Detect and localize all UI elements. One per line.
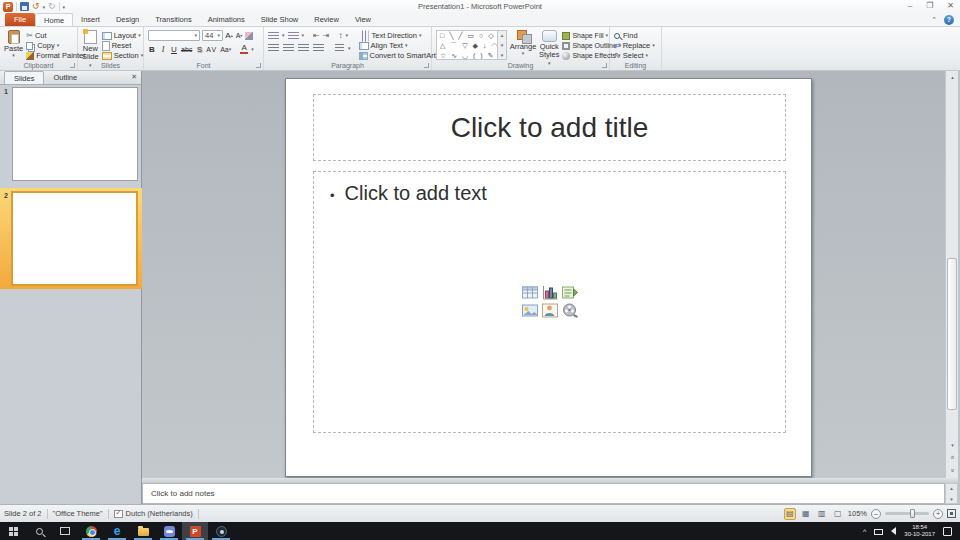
minimize-button[interactable]: – bbox=[908, 0, 912, 12]
change-case-button[interactable]: Aa▾ bbox=[220, 44, 231, 54]
help-icon[interactable]: ? bbox=[944, 15, 954, 25]
quick-styles-button[interactable]: Quick Styles ▾ bbox=[539, 30, 559, 60]
bullets-dropdown-icon[interactable]: ▾ bbox=[282, 33, 285, 38]
tab-insert[interactable]: Insert bbox=[73, 13, 108, 26]
find-button[interactable]: Find bbox=[614, 31, 655, 40]
spell-check-icon[interactable] bbox=[114, 510, 123, 518]
minimize-ribbon-icon[interactable]: ⌃ bbox=[931, 16, 937, 24]
section-dropdown-icon[interactable]: ▾ bbox=[141, 53, 144, 58]
scrollbar-thumb[interactable] bbox=[947, 258, 957, 410]
cut-button[interactable]: ✂ Cut bbox=[26, 31, 86, 40]
justify-icon[interactable] bbox=[313, 44, 324, 52]
align-right-icon[interactable] bbox=[298, 44, 309, 52]
taskbar-discord[interactable] bbox=[156, 522, 182, 540]
layout-button[interactable]: Layout ▾ bbox=[102, 31, 144, 40]
align-left-icon[interactable] bbox=[268, 44, 279, 52]
language-indicator[interactable]: Dutch (Netherlands) bbox=[126, 509, 193, 518]
strikethrough-button[interactable]: abc bbox=[181, 44, 192, 54]
taskbar-chrome[interactable] bbox=[78, 522, 104, 540]
replace-button[interactable]: ⇄ Replace ▾ bbox=[614, 41, 655, 50]
copy-button[interactable]: Copy ▾ bbox=[26, 41, 86, 50]
shapes-gallery[interactable]: □ ╲ ╱ ▭ ○ ◇ △ ⌒ ▽ ◆ ↓ ◠ ☆ ∿ ◡ ( ) ✎ ▴ ▾ … bbox=[436, 30, 507, 60]
shapes-scroll-up-icon[interactable]: ▴ bbox=[501, 32, 504, 38]
shapes-more-icon[interactable]: ▾ bbox=[501, 52, 504, 58]
bold-button[interactable]: B bbox=[148, 44, 156, 54]
vertical-scrollbar[interactable]: ▴ ▾ « » bbox=[945, 71, 958, 478]
shapes-gallery-scroll[interactable]: ▴ ▾ ▾ bbox=[498, 30, 507, 60]
drawing-dialog-launcher[interactable] bbox=[602, 63, 607, 68]
grow-font-button[interactable]: A▴ bbox=[225, 31, 233, 41]
normal-view-button[interactable]: ▤ bbox=[784, 508, 796, 520]
align-center-icon[interactable] bbox=[283, 44, 294, 52]
arrange-button[interactable]: Arrange ▾ bbox=[510, 30, 536, 60]
layout-dropdown-icon[interactable]: ▾ bbox=[138, 33, 141, 38]
shapes-scroll-down-icon[interactable]: ▾ bbox=[501, 42, 504, 48]
slide-indicator[interactable]: Slide 2 of 2 bbox=[4, 509, 42, 518]
slideshow-view-button[interactable]: ▢ bbox=[832, 508, 844, 520]
shapes-row-3[interactable]: ☆ ∿ ◡ ( ) ✎ bbox=[440, 51, 497, 60]
notes-scroll-down-icon[interactable]: ▾ bbox=[950, 496, 953, 502]
font-name-dropdown-icon[interactable]: ▾ bbox=[194, 33, 197, 38]
zoom-in-button[interactable]: + bbox=[933, 509, 943, 519]
line-spacing-icon[interactable]: ↕ bbox=[338, 31, 342, 40]
close-button[interactable]: ✕ bbox=[947, 0, 954, 12]
font-color-button[interactable]: A bbox=[240, 44, 248, 54]
columns-dropdown-icon[interactable]: ▾ bbox=[348, 46, 351, 51]
notes-scroll-up-icon[interactable]: ▴ bbox=[950, 485, 953, 491]
insert-clipart-icon[interactable] bbox=[541, 303, 558, 318]
copy-dropdown-icon[interactable]: ▾ bbox=[57, 43, 60, 48]
save-icon[interactable] bbox=[20, 2, 29, 11]
shapes-row-1[interactable]: □ ╲ ╱ ▭ ○ ◇ bbox=[440, 31, 497, 41]
scroll-up-icon[interactable]: ▴ bbox=[946, 71, 959, 82]
undo-dropdown-icon[interactable]: ▾ bbox=[43, 4, 46, 10]
tab-design[interactable]: Design bbox=[108, 13, 147, 26]
section-button[interactable]: Section ▾ bbox=[102, 51, 144, 60]
new-slide-button[interactable]: New Slide ▾ bbox=[82, 30, 99, 60]
bullets-icon[interactable] bbox=[268, 32, 279, 40]
insert-table-icon[interactable] bbox=[521, 285, 538, 300]
columns-icon[interactable] bbox=[335, 44, 344, 52]
clipboard-dialog-launcher[interactable] bbox=[70, 63, 75, 68]
taskbar-powerpoint[interactable]: P bbox=[182, 522, 208, 540]
fit-to-window-button[interactable] bbox=[947, 509, 956, 518]
shrink-font-button[interactable]: A▾ bbox=[235, 31, 243, 41]
network-icon[interactable] bbox=[874, 529, 883, 535]
italic-button[interactable]: I bbox=[159, 44, 167, 54]
taskbar-steam[interactable] bbox=[208, 522, 234, 540]
taskbar-file-explorer[interactable] bbox=[130, 522, 156, 540]
powerpoint-app-icon[interactable]: P bbox=[3, 2, 13, 12]
paste-dropdown-icon[interactable]: ▾ bbox=[12, 53, 15, 58]
format-painter-button[interactable]: Format Painter bbox=[26, 51, 86, 60]
tab-review[interactable]: Review bbox=[306, 13, 347, 26]
insert-picture-icon[interactable] bbox=[521, 303, 538, 318]
shapes-gallery-grid[interactable]: □ ╲ ╱ ▭ ○ ◇ △ ⌒ ▽ ◆ ↓ ◠ ☆ ∿ ◡ ( ) ✎ bbox=[436, 30, 498, 60]
action-center-icon[interactable] bbox=[943, 527, 952, 536]
font-name-combo[interactable]: ▾ bbox=[148, 30, 200, 41]
tab-home[interactable]: Home bbox=[35, 13, 73, 26]
shapes-row-2[interactable]: △ ⌒ ▽ ◆ ↓ ◠ bbox=[440, 41, 497, 51]
numbering-dropdown-icon[interactable]: ▾ bbox=[302, 33, 305, 38]
select-button[interactable]: ⇖ Select ▾ bbox=[614, 51, 655, 60]
insert-media-icon[interactable] bbox=[561, 303, 578, 318]
undo-icon[interactable]: ↺ bbox=[32, 2, 40, 11]
tab-slides-pane[interactable]: Slides bbox=[4, 71, 44, 84]
align-text-button[interactable]: Align Text ▾ bbox=[359, 41, 441, 50]
tab-outline-pane[interactable]: Outline bbox=[44, 71, 86, 84]
customize-qat-icon[interactable]: ▾ bbox=[63, 4, 66, 10]
tab-slide-show[interactable]: Slide Show bbox=[253, 13, 307, 26]
tab-view[interactable]: View bbox=[347, 13, 379, 26]
speaker-icon[interactable] bbox=[891, 527, 896, 535]
slide-canvas[interactable]: Click to add title • Click to add text bbox=[285, 78, 812, 477]
font-dialog-launcher[interactable] bbox=[256, 63, 261, 68]
zoom-slider-thumb[interactable] bbox=[910, 509, 915, 518]
body-placeholder[interactable]: • Click to add text bbox=[313, 171, 786, 433]
tray-expand-icon[interactable]: ^ bbox=[863, 528, 866, 535]
numbering-icon[interactable] bbox=[288, 32, 299, 40]
font-size-combo[interactable]: 44 ▾ bbox=[202, 30, 223, 41]
line-spacing-dropdown-icon[interactable]: ▾ bbox=[345, 33, 348, 38]
font-size-dropdown-icon[interactable]: ▾ bbox=[217, 33, 220, 38]
underline-button[interactable]: U bbox=[170, 44, 178, 54]
character-spacing-button[interactable]: AV bbox=[206, 44, 217, 54]
start-button[interactable] bbox=[0, 522, 26, 540]
maximize-button[interactable]: ❐ bbox=[926, 0, 933, 12]
